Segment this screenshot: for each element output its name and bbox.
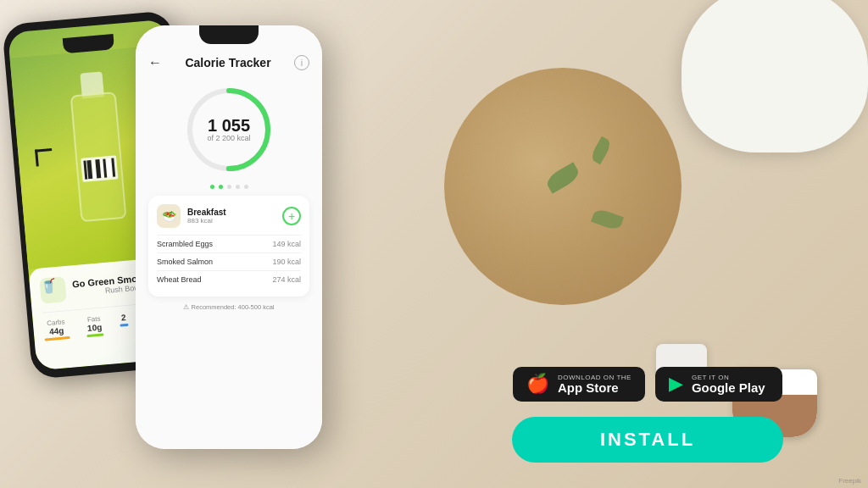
app-screen: ← Calorie Tracker i 1 055 of 2 200 kcal bbox=[136, 25, 322, 449]
calorie-circle-container: 1 055 of 2 200 kcal bbox=[148, 83, 309, 176]
install-button[interactable]: INSTALL bbox=[512, 417, 783, 463]
dot-1 bbox=[210, 185, 214, 189]
meal-info: Breakfast 883 kcal bbox=[187, 208, 282, 225]
app-store-button[interactable]: 🍎 Download on the App Store bbox=[513, 367, 645, 402]
info-icon[interactable]: i bbox=[294, 55, 309, 70]
scan-corner-tl bbox=[35, 148, 53, 167]
meal-header: 🥗 Breakfast 883 kcal + bbox=[157, 204, 301, 228]
calorie-ring: 1 055 of 2 200 kcal bbox=[182, 83, 275, 176]
calorie-goal: of 2 200 kcal bbox=[207, 134, 250, 142]
calorie-current: 1 055 bbox=[208, 117, 250, 134]
store-buttons: 🍎 Download on the App Store ▶ GET IT ON … bbox=[513, 367, 782, 402]
recommended-text: ⚠ Recommended: 400-500 kcal bbox=[148, 303, 309, 311]
teapot bbox=[682, 0, 868, 152]
macro-fats: Fats 10g bbox=[85, 315, 103, 338]
right-panel: 🍎 Download on the App Store ▶ GET IT ON … bbox=[444, 367, 851, 463]
dot-5 bbox=[244, 185, 248, 189]
macro-carbs: Carbs 44g bbox=[43, 318, 70, 341]
dot-4 bbox=[236, 185, 240, 189]
dot-2 bbox=[219, 185, 223, 189]
google-play-button[interactable]: ▶ GET IT ON Google Play bbox=[655, 367, 782, 402]
app-header: ← Calorie Tracker i bbox=[148, 51, 309, 70]
macro-other: 2 bbox=[119, 313, 129, 335]
google-play-main: Google Play bbox=[692, 381, 765, 396]
product-icon: 🥤 bbox=[39, 276, 67, 304]
install-label: INSTALL bbox=[600, 429, 695, 450]
meal-name: Breakfast bbox=[187, 208, 282, 217]
google-play-icon: ▶ bbox=[669, 374, 683, 393]
calorie-center: 1 055 of 2 200 kcal bbox=[182, 83, 275, 176]
google-play-text: GET IT ON Google Play bbox=[692, 374, 765, 396]
app-store-main: App Store bbox=[558, 381, 632, 396]
add-food-button[interactable]: + bbox=[282, 207, 301, 225]
app-title: Calorie Tracker bbox=[185, 56, 270, 69]
food-item-1: Scrambled Eggs 149 kcal bbox=[157, 235, 301, 252]
phone-calorie-tracker: ← Calorie Tracker i 1 055 of 2 200 kcal bbox=[136, 25, 322, 449]
meal-section: 🥗 Breakfast 883 kcal + Scrambled Eggs 14… bbox=[148, 196, 309, 297]
page-dots bbox=[148, 185, 309, 189]
notch-front bbox=[199, 25, 259, 44]
meal-kcal: 883 kcal bbox=[187, 217, 282, 225]
food-item-2: Smoked Salmon 190 kcal bbox=[157, 252, 301, 270]
meal-icon: 🥗 bbox=[157, 204, 181, 228]
back-arrow-icon[interactable]: ← bbox=[148, 55, 162, 70]
app-store-text: Download on the App Store bbox=[558, 374, 632, 396]
food-item-3: Wheat Bread 274 kcal bbox=[157, 270, 301, 288]
apple-icon: 🍎 bbox=[526, 374, 549, 393]
watermark: Freepik bbox=[838, 477, 861, 485]
dot-3 bbox=[227, 185, 231, 189]
